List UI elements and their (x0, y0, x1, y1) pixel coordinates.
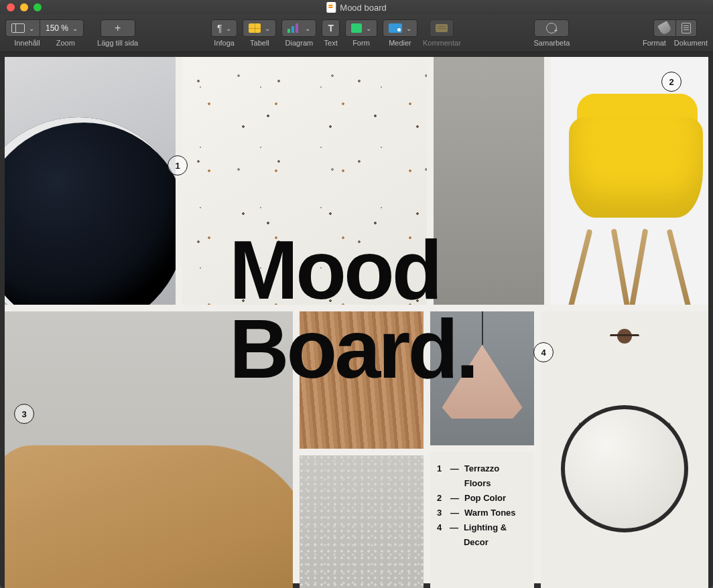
marker-1[interactable]: 1 (168, 155, 188, 175)
legend-text: Terrazzo Floors (464, 461, 527, 491)
format-button[interactable] (653, 19, 675, 37)
legend-num: 4 (437, 520, 444, 550)
bottom-mid-group: 1 — Terrazzo Floors 2 — Pop Color 3 — (430, 311, 534, 588)
legend-text: Pop Color (464, 491, 506, 506)
legend-dash: — (450, 506, 459, 520)
marker-3[interactable]: 3 (14, 404, 34, 424)
image-terrazzo[interactable] (182, 57, 427, 305)
legend-num: 1 (437, 461, 445, 491)
legend-row: 1 — Terrazzo Floors (437, 461, 527, 491)
chevron-down-icon: ⌄ (406, 25, 411, 32)
chevron-down-icon: ⌄ (366, 25, 371, 32)
canvas[interactable]: 1 — Terrazzo Floors 2 — Pop Color 3 — (0, 52, 713, 588)
insert-label: Infoga (214, 39, 235, 47)
view-button[interactable]: ⌄ (5, 19, 40, 37)
add-page-group: + Lägg till sida (97, 15, 138, 52)
collaborate-button[interactable] (534, 19, 569, 37)
zoom-button[interactable]: 150 % ⌄ (40, 19, 84, 37)
table-button[interactable]: ⌄ (243, 19, 276, 37)
legend-dash: — (450, 461, 459, 491)
comment-icon (436, 24, 448, 32)
layout-icon (11, 23, 25, 33)
view-label: Innehåll (14, 39, 40, 47)
chevron-down-icon: ⌄ (72, 25, 78, 32)
image-pendant-lamp[interactable] (430, 311, 534, 445)
app-window: Mood board ⌄ 150 % ⌄ Innehåll Zoom (0, 0, 713, 588)
table-icon (249, 23, 261, 33)
image-wood[interactable] (300, 311, 424, 449)
legend-num: 2 (437, 491, 445, 506)
add-page-label: Lägg till sida (97, 39, 138, 47)
insert-button[interactable]: ¶ ⌄ (211, 19, 238, 37)
minimize-window-button[interactable] (20, 3, 28, 11)
mirror-circle (561, 405, 688, 532)
document-label: Dokument (674, 39, 708, 47)
legend-dash: — (450, 491, 459, 506)
chevron-down-icon: ⌄ (265, 25, 270, 32)
marker-2[interactable]: 2 (661, 72, 682, 92)
collaborate-icon (546, 23, 557, 33)
table-label: Tabell (250, 39, 269, 47)
brush-icon (657, 21, 672, 35)
format-label: Format (643, 39, 666, 47)
chart-label: Diagram (285, 39, 314, 47)
image-leather-sofa[interactable] (5, 311, 293, 588)
legend-panel[interactable]: 1 — Terrazzo Floors 2 — Pop Color 3 — (430, 452, 534, 588)
media-label: Medier (389, 39, 411, 47)
chevron-down-icon: ⌄ (29, 25, 34, 32)
legend-row: 3 — Warm Tones (437, 506, 527, 520)
traffic-lights (7, 3, 42, 11)
document-icon (326, 2, 336, 13)
comment-label: Kommentar (423, 39, 461, 47)
zoom-label: Zoom (56, 39, 75, 47)
legend-row: 4 — Lighting & Decor (437, 520, 527, 550)
gallery-bottom-row: 1 — Terrazzo Floors 2 — Pop Color 3 — (5, 311, 708, 588)
close-window-button[interactable] (7, 3, 15, 11)
comment-button[interactable] (430, 19, 454, 37)
chevron-down-icon: ⌄ (305, 25, 310, 32)
media-button[interactable]: ⌄ (383, 19, 417, 37)
document-page[interactable]: 1 — Terrazzo Floors 2 — Pop Color 3 — (5, 57, 708, 583)
pilcrow-icon: ¶ (217, 23, 222, 33)
plus-icon: + (115, 22, 121, 34)
add-page-button[interactable]: + (101, 19, 135, 37)
chevron-down-icon: ⌄ (226, 25, 231, 32)
toolbar: ⌄ 150 % ⌄ Innehåll Zoom + Lägg till sida (0, 15, 713, 52)
legend-row: 2 — Pop Color (437, 491, 527, 506)
fullscreen-window-button[interactable] (34, 3, 42, 11)
bottom-left-group (5, 311, 424, 588)
text-icon: T (328, 23, 334, 33)
marker-4[interactable]: 4 (533, 342, 554, 362)
chair-seat-shape (569, 117, 703, 218)
media-icon (389, 23, 402, 33)
window-title-text: Mood board (340, 3, 386, 13)
chart-icon (287, 23, 301, 33)
image-fur[interactable] (300, 455, 424, 588)
legend-num: 3 (437, 506, 445, 520)
zoom-value: 150 % (46, 23, 68, 33)
shape-icon (351, 23, 362, 33)
titlebar: Mood board (0, 0, 713, 15)
view-group: ⌄ 150 % ⌄ Innehåll Zoom (5, 15, 84, 52)
image-chair-dark[interactable] (5, 57, 176, 305)
collaborate-label: Samarbeta (534, 39, 570, 47)
document-button[interactable] (675, 19, 697, 37)
image-yellow-chair[interactable] (551, 57, 708, 305)
image-round-mirror[interactable] (541, 311, 708, 588)
chart-button[interactable]: ⌄ (281, 19, 316, 37)
window-title: Mood board (326, 2, 386, 13)
gallery-top-row (5, 57, 708, 305)
legend-text: Lighting & Decor (464, 520, 527, 550)
shape-label: Form (352, 39, 370, 47)
text-button[interactable]: T (322, 19, 340, 37)
legend-dash: — (450, 520, 458, 550)
document-panel-icon (682, 23, 691, 33)
image-concrete[interactable] (434, 57, 544, 305)
shape-button[interactable]: ⌄ (345, 19, 377, 37)
text-label: Text (324, 39, 338, 47)
legend-text: Warm Tones (464, 506, 516, 520)
